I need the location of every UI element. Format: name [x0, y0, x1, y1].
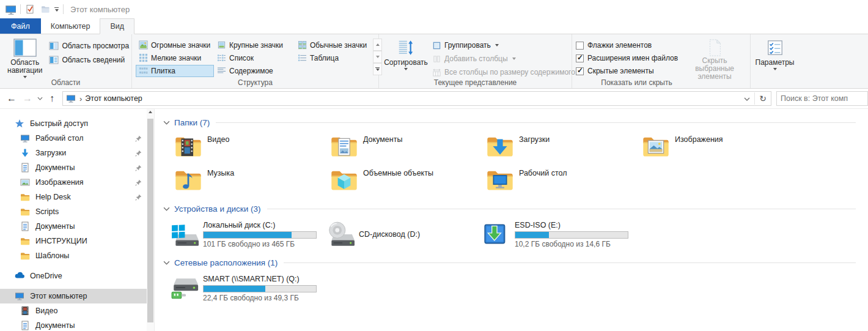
titlebar: Этот компьютер [0, 0, 868, 18]
navigation-pane-button[interactable]: Область навигации [4, 37, 46, 80]
folder-tile-music[interactable]: Музыка [174, 167, 330, 195]
add-columns-button: Добавить столбцы [429, 53, 578, 65]
list-view-icon [217, 53, 226, 62]
this-pc-icon [15, 291, 24, 301]
search-input[interactable] [776, 91, 868, 106]
view-details[interactable]: Таблица [295, 52, 370, 64]
sidebar-item-quick-access[interactable]: Быстрый доступ [0, 116, 147, 131]
preview-pane-button[interactable]: Область просмотра [46, 40, 132, 52]
view-tiles[interactable]: Плитка [136, 65, 214, 77]
navigation-pane-label: Область навигации [7, 59, 42, 75]
tab-computer[interactable]: Компьютер [41, 18, 100, 34]
ribbon: Область навигации Область просмотра Обла… [0, 34, 868, 89]
section-header-folders[interactable]: Папки (7) [163, 116, 856, 128]
file-extensions-row[interactable]: Расширения имен файлов [576, 53, 678, 64]
sidebar-item-videos[interactable]: Видео [0, 303, 147, 318]
tab-file[interactable]: Файл [0, 18, 41, 34]
group-by-button[interactable]: Группировать [429, 39, 578, 51]
view-small-icons[interactable]: Мелкие значки [136, 52, 214, 64]
sidebar-item-scripts[interactable]: Scripts [0, 204, 147, 219]
drive-tile-e[interactable]: ESD-ISO (E:) 10,2 ГБ свободно из 14,6 ГБ [482, 220, 638, 249]
sidebar-item-documents[interactable]: Документы [0, 160, 147, 175]
hidden-items-row[interactable]: Скрытые элементы [576, 65, 678, 76]
network-drive-tile-q[interactable]: SMART (\\SMART.NET) (Q:) 22,4 ГБ свободн… [171, 273, 326, 303]
folder-tile-pictures[interactable]: Изображения [642, 133, 798, 162]
sidebar-item-help-desk[interactable]: Help Desk [0, 190, 147, 204]
forward-button[interactable]: → [20, 91, 35, 106]
folder-tile-documents[interactable]: Документы [330, 133, 486, 162]
options-button[interactable]: Параметры [752, 37, 798, 72]
group-label-show-hide: Показать или скрыть [572, 78, 701, 87]
documents-folder-icon [330, 133, 358, 159]
up-button[interactable]: ↑ [44, 91, 60, 106]
section-rule [267, 209, 856, 209]
section-rule [216, 122, 856, 123]
folder-tile-3d-objects[interactable]: Объемные объекты [330, 167, 486, 195]
hide-selected-icon [705, 39, 724, 57]
chevron-down-icon [37, 97, 43, 100]
file-list-pane: Папки (7) Видео Документы Загрузки [154, 109, 868, 331]
ribbon-group-options: Параметры [750, 34, 799, 88]
address-dropdown-button[interactable] [741, 94, 752, 103]
folder-tile-downloads[interactable]: Загрузки [486, 133, 642, 162]
view-medium-icons[interactable]: Обычные значки [295, 39, 370, 51]
scrollbar-thumb[interactable] [147, 119, 153, 322]
back-button[interactable]: ← [4, 91, 20, 106]
section-header-network[interactable]: Сетевые расположения (1) [163, 256, 856, 269]
tab-view[interactable]: Вид [100, 18, 134, 34]
details-pane-button[interactable]: Область сведений [46, 54, 132, 66]
qat-customize-button[interactable] [54, 7, 59, 12]
qat-new-folder-icon[interactable] [40, 4, 50, 14]
collapse-chevron-icon[interactable] [163, 118, 170, 127]
file-explorer-window: Этот компьютер Файл Компьютер Вид Област… [0, 0, 868, 331]
sidebar-item-templates[interactable]: Шаблоны [0, 248, 147, 263]
pin-icon [135, 150, 142, 157]
breadcrumb[interactable]: Этот компьютер [85, 94, 142, 103]
details-pane-icon [49, 55, 59, 65]
recent-locations-button[interactable] [35, 91, 44, 106]
pin-icon [135, 194, 142, 201]
pictures-icon [20, 177, 30, 187]
sort-button[interactable]: Сортировать [383, 37, 429, 72]
collapse-chevron-icon[interactable] [163, 204, 170, 213]
downloads-icon [20, 148, 30, 158]
view-extra-large-icons[interactable]: Огромные значки [136, 39, 214, 51]
section-header-devices[interactable]: Устройства и диски (3) [163, 203, 856, 215]
drive-tile-d[interactable]: CD-дисковод (D:) [326, 220, 482, 249]
view-list[interactable]: Список [214, 52, 295, 64]
desktop-icon [20, 133, 30, 143]
preview-pane-icon [49, 41, 59, 51]
collapse-chevron-icon[interactable] [163, 258, 170, 267]
sidebar-item-this-pc[interactable]: Этот компьютер [0, 289, 147, 303]
sidebar-item-documents-3[interactable]: Документы [0, 318, 147, 331]
extra-large-icons-icon [139, 40, 148, 50]
sidebar-item-instructions[interactable]: ИНСТРУКЦИИ [0, 234, 147, 248]
view-content[interactable]: Содержимое [214, 65, 295, 77]
file-extensions-checkbox[interactable] [576, 54, 584, 62]
sort-label: Сортировать [384, 59, 428, 67]
folder-tile-videos[interactable]: Видео [174, 133, 330, 162]
sidebar-scrollbar[interactable] [147, 109, 154, 331]
sidebar-item-documents-2[interactable]: Документы [0, 219, 147, 234]
3d-objects-folder-icon [330, 167, 358, 193]
sidebar-item-downloads[interactable]: Загрузки [0, 146, 147, 160]
sidebar-item-desktop[interactable]: Рабочий стол [0, 131, 147, 146]
hide-selected-items-button: Скрыть выбранные элементы [684, 39, 745, 81]
refresh-button[interactable]: ↻ [757, 94, 769, 103]
qat-properties-icon[interactable] [25, 4, 35, 14]
folder-tile-desktop[interactable]: Рабочий стол [486, 167, 642, 195]
sidebar-item-onedrive[interactable]: OneDrive [0, 269, 147, 283]
drive-tile-c[interactable]: Локальный диск (C:) 101 ГБ свободно из 4… [171, 220, 326, 249]
item-checkboxes-row[interactable]: Флажки элементов [576, 40, 678, 51]
view-large-icons[interactable]: Крупные значки [214, 39, 295, 51]
sidebar-item-pictures[interactable]: Изображения [0, 175, 147, 190]
desktop-folder-icon [486, 167, 514, 193]
address-bar[interactable]: › Этот компьютер ↻ [62, 91, 771, 106]
divider [20, 4, 21, 14]
folders-grid: Видео Документы Загрузки Изображения Муз… [174, 133, 856, 195]
table-view-icon [298, 53, 307, 62]
divider [63, 4, 64, 14]
pin-icon [135, 135, 142, 142]
item-checkboxes-checkbox[interactable] [576, 42, 584, 50]
hidden-items-checkbox[interactable] [576, 67, 584, 75]
